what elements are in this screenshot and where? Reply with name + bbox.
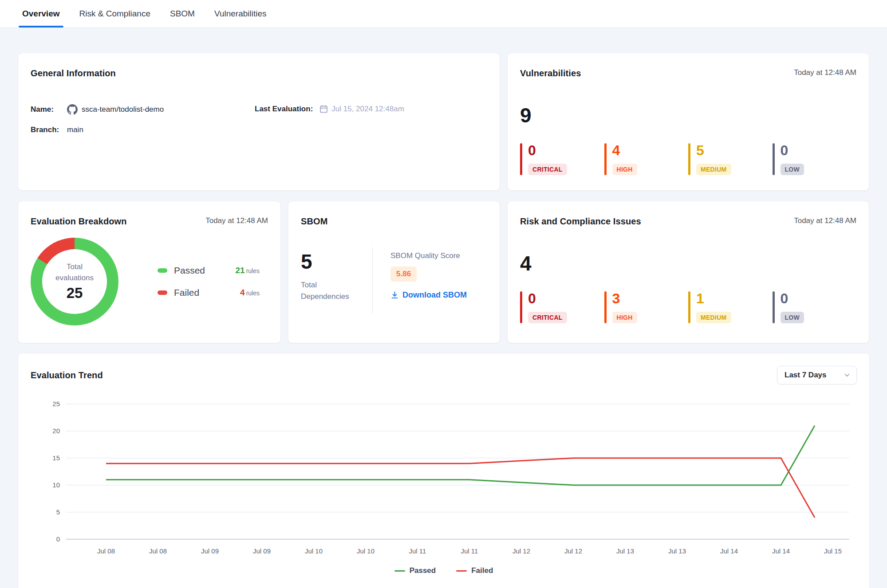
svg-text:Jul 10: Jul 10 xyxy=(357,547,375,555)
evaluation-trend-chart: 0510152025Jul 08Jul 08Jul 09Jul 09Jul 10… xyxy=(31,395,857,565)
severity-count: 4 xyxy=(612,143,620,158)
last-evaluation-row: Last Evaluation: Jul 15, 2024 12:48am xyxy=(255,104,487,114)
legend-row-failed: Failed4rules xyxy=(158,287,260,298)
severity-badge: MEDIUM xyxy=(696,312,731,323)
tab-label: Overview xyxy=(22,9,60,19)
svg-text:Jul 14: Jul 14 xyxy=(772,547,790,555)
donut-total-value: 25 xyxy=(67,285,83,302)
severity-count: 0 xyxy=(781,291,788,306)
svg-text:Jul 15: Jul 15 xyxy=(824,547,842,555)
trend-legend-swatch xyxy=(456,570,467,572)
legend-row-passed: Passed21rules xyxy=(158,265,260,276)
tab-label: Vulnerabilities xyxy=(214,9,267,19)
repo-name: ssca-team/todolist-demo xyxy=(82,105,164,114)
severity-count: 0 xyxy=(528,291,536,306)
breakdown-legend: Passed21rulesFailed4rules xyxy=(158,265,260,298)
download-icon xyxy=(390,291,399,299)
legend-swatch-failed xyxy=(158,290,167,295)
last-evaluation-value: Jul 15, 2024 12:48am xyxy=(331,105,404,114)
severity-item-low: 0LOW xyxy=(773,143,857,175)
svg-text:Jul 08: Jul 08 xyxy=(97,547,115,555)
risk-compliance-timestamp: Today at 12:48 AM xyxy=(794,216,856,225)
vulnerabilities-card: Vulnerabilities Today at 12:48 AM 9 0CRI… xyxy=(507,53,869,191)
legend-count-unit: rules xyxy=(246,290,260,297)
tab-risk-compliance[interactable]: Risk & Compliance xyxy=(79,0,151,27)
severity-body: 0CRITICAL xyxy=(528,291,567,323)
tab-sbom[interactable]: SBOM xyxy=(170,0,195,27)
svg-text:Jul 13: Jul 13 xyxy=(668,547,686,555)
evaluation-breakdown-timestamp: Today at 12:48 AM xyxy=(205,216,268,225)
legend-count-unit: rules xyxy=(246,267,260,274)
legend-count-value: 4 xyxy=(240,288,245,297)
evaluation-breakdown-card: Evaluation Breakdown Today at 12:48 AM T… xyxy=(18,201,281,343)
tab-bar: OverviewRisk & ComplianceSBOMVulnerabili… xyxy=(0,0,887,28)
download-sbom-label: Download SBOM xyxy=(402,290,467,300)
evaluations-donut-chart: Total evaluations 25 xyxy=(31,238,118,325)
severity-count: 5 xyxy=(696,143,704,158)
risk-compliance-title: Risk and Compliance Issues xyxy=(520,216,641,227)
svg-text:Jul 11: Jul 11 xyxy=(461,547,478,555)
download-sbom-link[interactable]: Download SBOM xyxy=(390,290,467,300)
name-label: Name: xyxy=(31,105,67,114)
total-dependencies-value: 5 xyxy=(301,251,361,272)
svg-text:Jul 08: Jul 08 xyxy=(149,547,167,555)
time-range-select[interactable]: Last 7 Days xyxy=(777,366,857,384)
tab-vulnerabilities[interactable]: Vulnerabilities xyxy=(214,0,267,27)
severity-item-high: 3HIGH xyxy=(604,291,689,323)
severity-item-critical: 0CRITICAL xyxy=(520,143,604,175)
severity-count: 1 xyxy=(696,291,704,306)
trend-legend-label: Passed xyxy=(410,566,436,575)
severity-badge: HIGH xyxy=(612,164,637,175)
severity-bar xyxy=(520,143,522,175)
trend-legend-item-passed: Passed xyxy=(394,566,436,575)
svg-text:Jul 10: Jul 10 xyxy=(305,547,323,555)
evaluation-trend-card: Evaluation Trend Last 7 Days 0510152025J… xyxy=(18,353,870,588)
severity-badge: MEDIUM xyxy=(696,164,731,175)
legend-swatch-passed xyxy=(158,268,167,273)
trend-legend-swatch xyxy=(394,570,405,572)
sbom-divider xyxy=(372,247,373,314)
severity-item-medium: 1MEDIUM xyxy=(688,291,773,323)
legend-count-value: 21 xyxy=(236,266,245,275)
chevron-down-icon xyxy=(843,371,851,379)
vulnerabilities-total: 9 xyxy=(520,105,856,125)
severity-body: 0CRITICAL xyxy=(528,143,567,175)
vulnerabilities-title: Vulnerabilities xyxy=(520,68,581,78)
severity-item-high: 4HIGH xyxy=(604,143,689,175)
time-range-value: Last 7 Days xyxy=(785,371,827,380)
severity-bar xyxy=(688,143,690,175)
sbom-quality-score-value: 5.86 xyxy=(390,267,417,282)
legend-label: Failed xyxy=(174,287,199,298)
severity-badge: LOW xyxy=(781,164,804,175)
trend-chart-legend: PassedFailed xyxy=(31,566,857,575)
svg-text:Jul 12: Jul 12 xyxy=(564,547,582,555)
sbom-card: SBOM 5 Total Dependencies SBOM Quality S… xyxy=(288,201,500,343)
tab-label: Risk & Compliance xyxy=(79,9,151,19)
severity-item-critical: 0CRITICAL xyxy=(520,291,604,323)
severity-count: 0 xyxy=(528,143,536,158)
severity-body: 3HIGH xyxy=(612,291,637,323)
series-line-passed xyxy=(106,426,815,485)
trend-legend-label: Failed xyxy=(471,566,493,575)
series-line-failed xyxy=(106,458,815,517)
severity-count: 0 xyxy=(781,143,788,158)
tab-overview[interactable]: Overview xyxy=(22,0,60,27)
sbom-title: SBOM xyxy=(301,216,327,227)
calendar-icon xyxy=(319,104,328,114)
legend-count: 21rules xyxy=(236,266,260,275)
general-information-card: General Information Name: ssca-team/todo… xyxy=(18,53,500,191)
severity-count: 3 xyxy=(612,291,620,306)
github-icon xyxy=(67,104,78,115)
last-evaluation-label: Last Evaluation: xyxy=(255,105,313,114)
svg-text:Jul 12: Jul 12 xyxy=(512,547,530,555)
tab-label: SBOM xyxy=(170,9,195,19)
severity-bar xyxy=(520,291,522,323)
branch-row: Branch: main xyxy=(31,125,255,134)
svg-text:Jul 09: Jul 09 xyxy=(201,547,219,555)
general-information-body: Name: ssca-team/todolist-demo Branch: ma… xyxy=(31,104,487,134)
evaluation-trend-title: Evaluation Trend xyxy=(31,370,103,380)
legend-count: 4rules xyxy=(240,288,260,298)
svg-text:Jul 14: Jul 14 xyxy=(720,547,738,555)
svg-text:Jul 13: Jul 13 xyxy=(616,547,634,555)
repo-name-row: Name: ssca-team/todolist-demo xyxy=(31,104,255,115)
